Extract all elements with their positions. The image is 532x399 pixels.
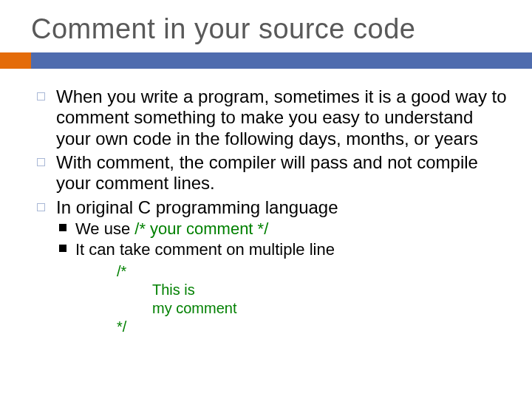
slide-title: Comment in your source code (0, 0, 532, 52)
bullet-text: With comment, the compiler will pass and… (56, 152, 478, 193)
accent-bar-orange (0, 52, 31, 69)
code-line: This is (117, 281, 510, 299)
code-inline: /* your comment */ (134, 219, 268, 238)
accent-bar-blue (31, 52, 532, 69)
code-block: /* This is my comment */ (75, 262, 510, 336)
code-line: */ (117, 318, 510, 336)
bullet-item: With comment, the compiler will pass and… (34, 152, 510, 194)
sub-bullet-list: We use /* your comment */ It can take co… (56, 219, 510, 336)
content-area: When you write a program, sometimes it i… (0, 69, 532, 336)
bullet-item: When you write a program, sometimes it i… (34, 86, 510, 149)
accent-bar (0, 52, 532, 69)
bullet-text: In original C programming language (56, 197, 338, 217)
sub-bullet-text: It can take comment on multiple line (75, 240, 335, 259)
bullet-item: In original C programming language We us… (34, 197, 510, 336)
sub-bullet-text: We use (75, 219, 134, 238)
code-line: /* (117, 262, 510, 281)
code-line: my comment (117, 299, 510, 318)
bullet-list: When you write a program, sometimes it i… (34, 86, 510, 336)
sub-bullet-item: It can take comment on multiple line /* … (56, 240, 510, 336)
bullet-text: When you write a program, sometimes it i… (56, 86, 507, 149)
sub-bullet-item: We use /* your comment */ (56, 219, 510, 239)
slide: Comment in your source code When you wri… (0, 0, 532, 399)
